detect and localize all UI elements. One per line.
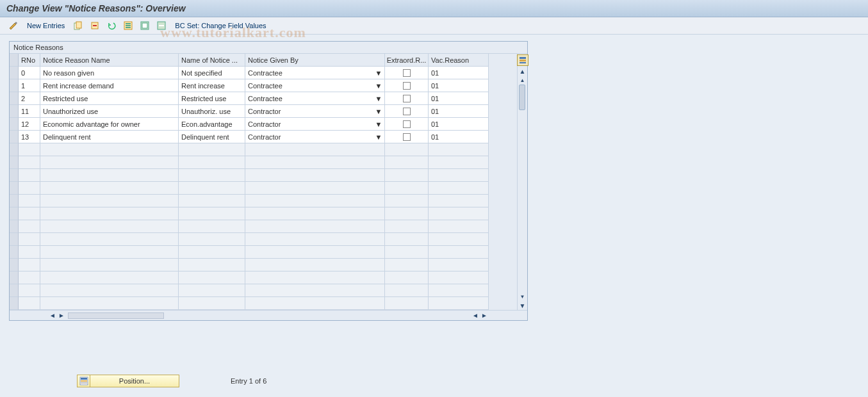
checkbox[interactable] (403, 120, 411, 128)
cell-rno[interactable]: 11 (19, 105, 40, 118)
vertical-scrollbar[interactable]: ▲ ▲ ▼ ▼ (517, 54, 527, 310)
cell-name[interactable]: Delinquent rent (40, 131, 179, 143)
hscroll-right2-icon[interactable]: ► (480, 311, 489, 320)
cell-empty (179, 220, 245, 233)
cell-extra[interactable] (385, 118, 429, 131)
scroll-up-icon[interactable]: ▲ (518, 67, 527, 76)
row-selector[interactable] (10, 182, 19, 195)
cell-empty (179, 246, 245, 259)
cell-extra[interactable] (385, 131, 429, 143)
row-selector[interactable] (10, 67, 19, 79)
col-header-given[interactable]: Notice Given By (245, 54, 385, 67)
row-selector[interactable] (10, 220, 19, 233)
col-header-name[interactable]: Notice Reason Name (40, 54, 179, 67)
row-selector[interactable] (10, 297, 19, 310)
cell-vac[interactable]: 01 (429, 67, 489, 79)
cell-rno[interactable]: 2 (19, 92, 40, 105)
cell-given[interactable]: Contractor ▼ (245, 105, 385, 118)
cell-vac[interactable]: 01 (429, 131, 489, 143)
checkbox[interactable] (403, 108, 411, 115)
cell-given[interactable]: Contractee ▼ (245, 79, 385, 92)
dropdown-icon[interactable]: ▼ (374, 120, 383, 129)
hscroll-right-icon[interactable]: ► (57, 311, 66, 320)
cell-notname[interactable]: Restricted use (179, 92, 245, 105)
cell-extra[interactable] (385, 105, 429, 118)
deselect-all-icon[interactable] (156, 20, 167, 31)
hscroll-left-icon[interactable]: ◄ (48, 311, 57, 320)
hscroll-left2-icon[interactable]: ◄ (471, 311, 480, 320)
row-selector[interactable] (10, 131, 19, 143)
position-button[interactable]: Position... (77, 375, 179, 387)
checkbox[interactable] (403, 82, 411, 90)
checkbox[interactable] (403, 95, 411, 102)
cell-extra[interactable] (385, 79, 429, 92)
row-selector[interactable] (10, 246, 19, 259)
row-selector[interactable] (10, 207, 19, 220)
cell-notname[interactable]: Unauthoriz. use (179, 105, 245, 118)
cell-name[interactable]: Unauthorized use (40, 105, 179, 118)
scroll-down-small-icon[interactable]: ▼ (518, 292, 527, 301)
cell-name[interactable]: No reason given (40, 67, 179, 79)
scroll-up-small-icon[interactable]: ▲ (518, 76, 527, 85)
row-selector[interactable] (10, 156, 19, 169)
bc-set-button[interactable]: BC Set: Change Field Values (172, 22, 268, 29)
checkbox[interactable] (403, 133, 411, 141)
cell-rno[interactable]: 12 (19, 118, 40, 131)
row-selector[interactable] (10, 169, 19, 182)
cell-name[interactable]: Rent increase demand (40, 79, 179, 92)
dropdown-icon[interactable]: ▼ (374, 81, 383, 90)
cell-notname[interactable]: Econ.advantage (179, 118, 245, 131)
cell-name[interactable]: Economic advantage for owner (40, 118, 179, 131)
cell-given[interactable]: Contractee ▼ (245, 67, 385, 79)
col-header-rno[interactable]: RNo (19, 54, 40, 67)
select-all-rows[interactable] (10, 54, 19, 67)
col-header-extra[interactable]: Extraord.R... (385, 54, 429, 67)
cell-extra[interactable] (385, 67, 429, 79)
cell-notname[interactable]: Delinquent rent (179, 131, 245, 143)
scroll-down-icon[interactable]: ▼ (518, 301, 527, 310)
col-header-vac[interactable]: Vac.Reason (429, 54, 489, 67)
row-selector[interactable] (10, 143, 19, 156)
row-selector[interactable] (10, 79, 19, 92)
cell-name[interactable]: Restricted use (40, 92, 179, 105)
scroll-thumb[interactable] (519, 85, 525, 110)
new-entries-button[interactable]: New Entries (24, 22, 67, 29)
cell-vac[interactable]: 01 (429, 105, 489, 118)
cell-given[interactable]: Contractor ▼ (245, 131, 385, 143)
horizontal-scrollbar[interactable]: ◄ ► ◄ ► (10, 310, 527, 320)
cell-given[interactable]: Contractor ▼ (245, 118, 385, 131)
row-selector[interactable] (10, 105, 19, 118)
row-selector[interactable] (10, 92, 19, 105)
select-all-icon[interactable] (122, 20, 134, 31)
cell-extra[interactable] (385, 92, 429, 105)
cell-vac[interactable]: 01 (429, 79, 489, 92)
cell-rno[interactable]: 0 (19, 67, 40, 79)
row-selector[interactable] (10, 233, 19, 246)
row-selector[interactable] (10, 259, 19, 271)
checkbox[interactable] (403, 69, 411, 77)
row-selector[interactable] (10, 284, 19, 297)
cell-rno[interactable]: 1 (19, 79, 40, 92)
col-header-notname[interactable]: Name of Notice ... (179, 54, 245, 67)
undo-icon[interactable] (106, 20, 117, 31)
dropdown-icon[interactable]: ▼ (374, 94, 383, 103)
cell-rno[interactable]: 13 (19, 131, 40, 143)
copy-as-icon[interactable] (72, 20, 84, 31)
table-settings-icon[interactable] (517, 54, 528, 66)
row-selector[interactable] (10, 271, 19, 284)
cell-vac[interactable]: 01 (429, 92, 489, 105)
cell-notname[interactable]: Not specified (179, 67, 245, 79)
select-block-icon[interactable] (139, 20, 151, 31)
row-selector[interactable] (10, 118, 19, 131)
cell-vac[interactable]: 01 (429, 118, 489, 131)
cell-given[interactable]: Contractee ▼ (245, 92, 385, 105)
row-selector[interactable] (10, 195, 19, 207)
cell-notname[interactable]: Rent increase (179, 79, 245, 92)
table-row-empty (10, 169, 517, 182)
cell-empty (429, 207, 489, 220)
dropdown-icon[interactable]: ▼ (374, 107, 383, 116)
toggle-change-icon[interactable] (8, 20, 19, 31)
dropdown-icon[interactable]: ▼ (374, 69, 383, 77)
delete-icon[interactable] (89, 20, 101, 31)
dropdown-icon[interactable]: ▼ (374, 133, 383, 142)
